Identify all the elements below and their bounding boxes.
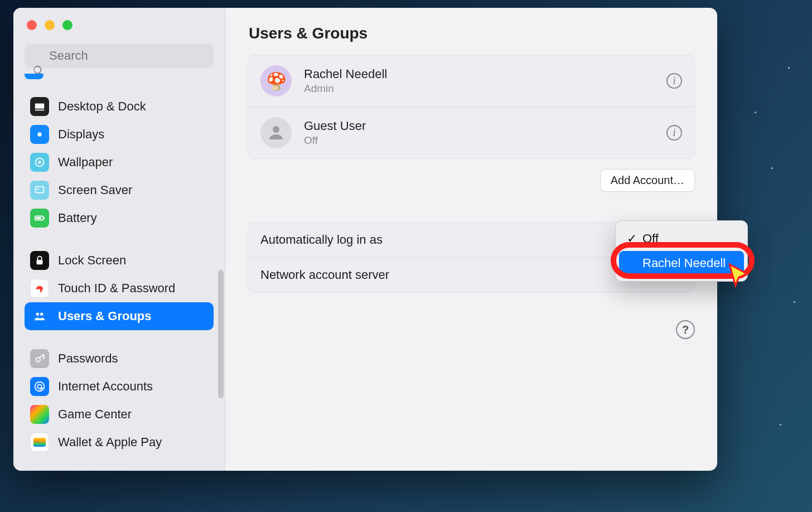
sidebar-item-label: Users & Groups bbox=[58, 309, 152, 323]
search-wrap bbox=[13, 30, 225, 74]
sidebar-spacer bbox=[25, 330, 214, 345]
sidebar-item-passwords[interactable]: Passwords bbox=[25, 345, 214, 373]
svg-point-16 bbox=[273, 126, 279, 133]
avatar bbox=[260, 117, 292, 148]
internet-accounts-icon bbox=[30, 377, 49, 396]
svg-rect-1 bbox=[35, 110, 45, 111]
user-info-button[interactable]: i bbox=[666, 125, 682, 141]
svg-rect-8 bbox=[44, 217, 45, 219]
desktop-dock-icon bbox=[30, 97, 49, 116]
sidebar-spacer bbox=[25, 232, 214, 247]
user-role: Off bbox=[304, 134, 366, 147]
game-center-icon bbox=[30, 405, 49, 424]
svg-point-4 bbox=[38, 161, 41, 164]
user-name: Rachel Needell bbox=[304, 67, 387, 81]
minimize-window-button[interactable] bbox=[45, 20, 55, 30]
avatar: 🍄 bbox=[260, 65, 292, 96]
bg-star bbox=[755, 112, 756, 113]
popup-option-label: Rachel Needell bbox=[642, 256, 726, 271]
sidebar-item-label: Wallpaper bbox=[58, 155, 113, 170]
sidebar-scrollbar[interactable] bbox=[218, 270, 224, 398]
sidebar-item-wallet-apple-pay[interactable]: Wallet & Apple Pay bbox=[25, 428, 214, 456]
sidebar-item-label: Desktop & Dock bbox=[58, 99, 146, 114]
svg-point-2 bbox=[37, 132, 41, 136]
users-list: 🍄 Rachel Needell Admin i Guest User Off … bbox=[248, 55, 695, 159]
user-info-button[interactable]: i bbox=[666, 73, 682, 89]
popup-option-user[interactable]: Rachel Needell bbox=[619, 251, 744, 276]
add-account-button[interactable]: Add Account… bbox=[600, 169, 695, 192]
user-text: Rachel Needell Admin bbox=[304, 67, 387, 95]
settings-window: Desktop & Dock Displays Wallpaper Screen… bbox=[13, 8, 717, 471]
bg-star bbox=[771, 167, 773, 169]
svg-point-6 bbox=[37, 189, 39, 190]
touch-id-icon bbox=[30, 279, 49, 298]
sidebar-item-displays[interactable]: Displays bbox=[25, 120, 214, 148]
sidebar-item-screen-saver[interactable]: Screen Saver bbox=[25, 176, 214, 204]
sidebar-item-label: Lock Screen bbox=[58, 253, 126, 268]
sidebar-item-battery[interactable]: Battery bbox=[25, 204, 214, 232]
user-role: Admin bbox=[304, 83, 387, 95]
user-name: Guest User bbox=[304, 119, 366, 133]
lock-icon bbox=[30, 251, 49, 270]
svg-rect-10 bbox=[37, 260, 43, 264]
search-input[interactable] bbox=[25, 44, 214, 68]
sidebar-item-wallpaper[interactable]: Wallpaper bbox=[25, 148, 214, 176]
sidebar-item-label: Wallet & Apple Pay bbox=[58, 435, 162, 450]
sidebar-item-label: Displays bbox=[58, 127, 104, 142]
sidebar-item-lock-screen[interactable]: Lock Screen bbox=[25, 247, 214, 274]
page-title: Users & Groups bbox=[249, 25, 695, 42]
svg-point-12 bbox=[40, 313, 44, 316]
popup-option-off[interactable]: ✓ Off bbox=[619, 226, 744, 251]
bg-star bbox=[780, 424, 781, 426]
bg-star bbox=[794, 301, 795, 303]
sidebar-item-label: Touch ID & Password bbox=[58, 281, 175, 296]
wallet-icon bbox=[30, 433, 49, 452]
sidebar-item-touch-id[interactable]: Touch ID & Password bbox=[25, 274, 214, 302]
user-row[interactable]: Guest User Off i bbox=[248, 107, 694, 158]
setting-label: Automatically log in as bbox=[260, 233, 383, 247]
svg-point-14 bbox=[35, 382, 45, 392]
displays-icon bbox=[30, 125, 49, 144]
add-account-row: Add Account… bbox=[248, 169, 695, 192]
user-text: Guest User Off bbox=[304, 119, 366, 147]
sidebar-item-label: Passwords bbox=[58, 351, 118, 366]
sidebar-item-game-center[interactable]: Game Center bbox=[25, 400, 214, 428]
users-icon bbox=[30, 307, 49, 326]
wallpaper-icon bbox=[30, 153, 49, 172]
help-button[interactable]: ? bbox=[676, 320, 695, 339]
svg-point-15 bbox=[37, 384, 41, 388]
auto-login-popup: ✓ Off Rachel Needell bbox=[615, 220, 748, 282]
sidebar-item-desktop-dock[interactable]: Desktop & Dock bbox=[25, 93, 214, 120]
bg-star bbox=[788, 67, 790, 69]
battery-icon bbox=[30, 209, 49, 228]
svg-rect-5 bbox=[36, 187, 44, 193]
sidebar-item-label: Game Center bbox=[58, 407, 132, 422]
sidebar: Desktop & Dock Displays Wallpaper Screen… bbox=[13, 8, 225, 471]
sidebar-partial-item bbox=[25, 76, 214, 81]
sidebar-item-label: Internet Accounts bbox=[58, 379, 153, 394]
sidebar-list: Desktop & Dock Displays Wallpaper Screen… bbox=[13, 74, 225, 456]
svg-point-13 bbox=[36, 358, 40, 361]
close-window-button[interactable] bbox=[27, 20, 37, 30]
sidebar-item-internet-accounts[interactable]: Internet Accounts bbox=[25, 373, 214, 400]
svg-rect-0 bbox=[35, 104, 45, 109]
sidebar-item-label: Screen Saver bbox=[58, 183, 132, 197]
screen-saver-icon bbox=[30, 181, 49, 200]
svg-point-11 bbox=[36, 313, 40, 316]
popup-option-label: Off bbox=[642, 231, 659, 246]
window-controls bbox=[13, 8, 225, 30]
passwords-icon bbox=[30, 349, 49, 368]
maximize-window-button[interactable] bbox=[62, 20, 72, 30]
check-icon: ✓ bbox=[627, 231, 637, 246]
sidebar-item-users-groups[interactable]: Users & Groups bbox=[25, 302, 214, 330]
svg-rect-9 bbox=[36, 217, 41, 219]
setting-label: Network account server bbox=[260, 268, 389, 282]
user-row[interactable]: 🍄 Rachel Needell Admin i bbox=[248, 55, 694, 107]
sidebar-item-label: Battery bbox=[58, 211, 97, 225]
